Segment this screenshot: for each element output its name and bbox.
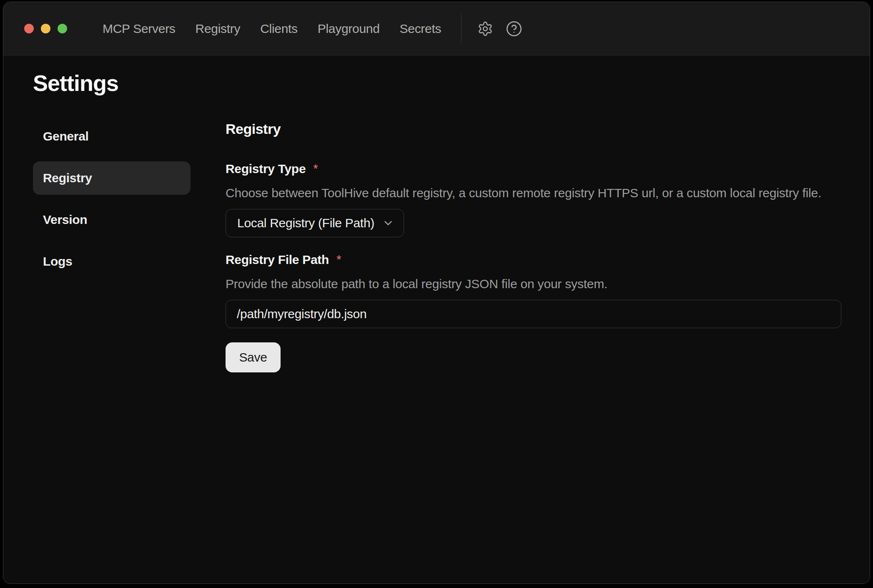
nav-item-registry[interactable]: Registry bbox=[196, 22, 241, 36]
registry-file-path-label: Registry File Path bbox=[226, 252, 329, 267]
help-button[interactable] bbox=[506, 20, 522, 37]
close-window-button[interactable] bbox=[24, 24, 34, 33]
registry-type-label-row: Registry Type * bbox=[226, 161, 841, 176]
registry-type-description: Choose between ToolHive default registry… bbox=[226, 186, 841, 201]
sidebar-item-general[interactable]: General bbox=[33, 120, 191, 153]
minimize-window-button[interactable] bbox=[41, 24, 50, 33]
sidebar-item-version[interactable]: Version bbox=[33, 203, 191, 236]
titlebar: MCP Servers Registry Clients Playground … bbox=[3, 2, 870, 55]
settings-sidebar: General Registry Version Logs bbox=[33, 120, 191, 286]
nav-item-clients[interactable]: Clients bbox=[260, 22, 298, 36]
chevron-down-icon bbox=[382, 217, 394, 229]
nav-item-secrets[interactable]: Secrets bbox=[400, 22, 442, 36]
app-window: MCP Servers Registry Clients Playground … bbox=[3, 2, 870, 584]
settings-gear-button[interactable] bbox=[477, 21, 493, 37]
screen: MCP Servers Registry Clients Playground … bbox=[0, 0, 873, 588]
registry-settings-panel: Registry Registry Type * Choose between … bbox=[226, 120, 841, 372]
page-title: Settings bbox=[33, 68, 841, 98]
gear-icon bbox=[477, 21, 493, 37]
registry-file-path-label-row: Registry File Path * bbox=[226, 252, 841, 267]
registry-type-select[interactable]: Local Registry (File Path) bbox=[226, 209, 404, 237]
sidebar-item-registry[interactable]: Registry bbox=[33, 161, 191, 195]
window-controls bbox=[24, 24, 67, 33]
nav-item-playground[interactable]: Playground bbox=[318, 22, 380, 36]
registry-file-path-description: Provide the absolute path to a local reg… bbox=[226, 276, 841, 291]
registry-type-selected-value: Local Registry (File Path) bbox=[237, 216, 374, 230]
top-nav: MCP Servers Registry Clients Playground … bbox=[103, 22, 441, 36]
save-button[interactable]: Save bbox=[226, 342, 281, 372]
section-heading: Registry bbox=[226, 120, 841, 138]
settings-page: Settings General Registry Version Logs R… bbox=[3, 55, 870, 372]
nav-item-mcp-servers[interactable]: MCP Servers bbox=[103, 22, 176, 36]
zoom-window-button[interactable] bbox=[58, 24, 67, 33]
required-asterisk: * bbox=[313, 161, 318, 176]
required-asterisk: * bbox=[336, 252, 341, 267]
sidebar-item-logs[interactable]: Logs bbox=[33, 245, 191, 278]
registry-type-label: Registry Type bbox=[226, 161, 306, 176]
registry-file-path-input[interactable] bbox=[226, 300, 841, 328]
help-icon bbox=[506, 20, 522, 37]
nav-divider bbox=[461, 14, 462, 44]
